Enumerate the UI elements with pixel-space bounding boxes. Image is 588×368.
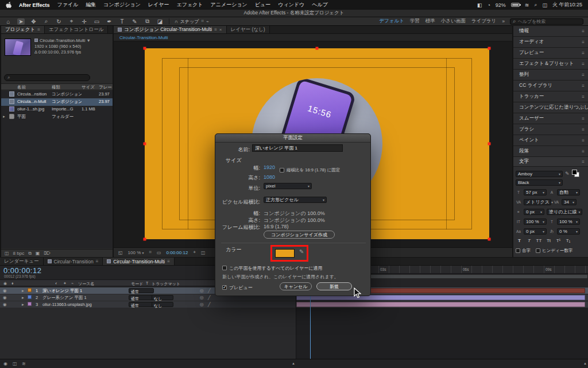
selection-handle[interactable] xyxy=(316,47,319,50)
preview-checkbox[interactable] xyxy=(222,285,227,290)
mask-visibility-icon[interactable]: ▭ xyxy=(157,250,161,255)
channel-icon[interactable]: ◫ xyxy=(201,250,206,255)
workspace-libraries[interactable]: ライブラリ xyxy=(471,18,497,25)
hindi-digits-checkbox[interactable] xyxy=(536,248,540,253)
menu-animation[interactable]: アニメーション xyxy=(211,1,247,9)
blend-mode-dropdown[interactable]: 通常▾ xyxy=(129,302,154,307)
shape-tool-icon[interactable]: ▭ xyxy=(93,18,100,25)
comp-navigator[interactable]: Circular-Transition-Multi xyxy=(114,34,512,41)
always-preview-icon[interactable]: ◱ xyxy=(118,250,123,255)
superscript-button[interactable]: T¹ xyxy=(555,238,562,243)
width-value[interactable]: 1920 xyxy=(264,164,275,170)
workspace-overflow-icon[interactable]: » xyxy=(502,18,505,24)
home-tool-icon[interactable]: ⌂ xyxy=(5,18,12,25)
project-item-row[interactable]: Circula...n-Multコンポジション 23.97 xyxy=(1,98,113,106)
panel-audio[interactable]: オーディオ≡ xyxy=(513,37,588,48)
track-matte-dropdown[interactable]: なし▾ xyxy=(152,302,173,307)
tab-composition-viewer[interactable]: コンポジション Circular-Transition-Multi ≡ × xyxy=(114,26,227,33)
menu-file[interactable]: ファイル xyxy=(57,1,79,9)
snap-option2-icon[interactable]: ⌁ xyxy=(206,19,209,24)
stroke-style-dropdown[interactable]: 塗りの上に線▾ xyxy=(547,209,582,215)
tab-comp-timeline-1[interactable]: Circular-Transition≡ xyxy=(44,258,103,265)
layer-row[interactable]: ◉ ▸ 3 oliur-113663-unsplash.jpg 通常▾ なし▾ … xyxy=(0,301,588,308)
panel-effects-presets[interactable]: エフェクト＆プリセット≡ xyxy=(513,59,588,70)
font-style-dropdown[interactable]: Black▾ xyxy=(516,179,563,186)
close-icon[interactable]: × xyxy=(219,27,222,32)
workspace-standard[interactable]: 標準 xyxy=(425,18,435,25)
panel-tracker[interactable]: トラッカー≡ xyxy=(513,91,588,102)
project-search-input[interactable]: ⌕ xyxy=(4,74,90,81)
cancel-button[interactable]: キャンセル xyxy=(280,282,312,290)
menu-effect[interactable]: エフェクト xyxy=(176,1,203,9)
parent-pickwhip-icon[interactable]: ◎ xyxy=(200,288,204,293)
layer-expander-icon[interactable]: ▸ xyxy=(22,302,24,307)
tab-comp-timeline-2[interactable]: Circular-Transition-Multi≡ xyxy=(103,258,175,265)
menu-composition[interactable]: コンポジション xyxy=(103,1,140,9)
zoom-out-mountain-icon[interactable]: ▲ xyxy=(292,362,295,365)
panel-smoother[interactable]: スムーザー≡ xyxy=(513,113,588,124)
selection-tool-icon[interactable]: ➤ xyxy=(17,18,25,25)
workspace-learn[interactable]: 学習 xyxy=(410,18,420,25)
eyedropper-icon[interactable]: ✎ xyxy=(565,171,570,177)
shy-toggle-icon[interactable]: ◐ xyxy=(55,281,57,285)
small-caps-button[interactable]: Tt xyxy=(545,238,552,243)
selection-handle[interactable] xyxy=(488,238,491,241)
zoom-tool-icon[interactable]: ⌕ xyxy=(42,18,50,25)
panel-info[interactable]: 情報≡ xyxy=(513,26,588,37)
selection-handle[interactable] xyxy=(488,143,491,145)
unit-dropdown[interactable]: pixel▾ xyxy=(264,183,312,189)
eye-icon[interactable]: ◉ xyxy=(3,288,7,293)
display-status-icon[interactable]: ◧ xyxy=(477,2,482,8)
eraser-tool-icon[interactable]: ◪ xyxy=(156,18,164,25)
selection-handle[interactable] xyxy=(144,238,146,241)
selection-handle[interactable] xyxy=(144,47,146,50)
height-value[interactable]: 1080 xyxy=(264,174,275,180)
new-comp-icon[interactable]: ▣ xyxy=(36,251,40,256)
menubar-clock[interactable]: 火 午前10:25 xyxy=(552,1,582,9)
track-matte-dropdown[interactable]: なし▾ xyxy=(152,295,173,300)
project-item-row[interactable]: ▸ 平面フォルダー xyxy=(1,113,113,121)
parent-pickwhip-icon[interactable]: ◎ xyxy=(200,302,204,307)
frame-blend-icon[interactable]: ≋ xyxy=(22,361,26,366)
disclosure-icon[interactable]: ▼ xyxy=(86,38,90,43)
viewer-timecode[interactable]: 0:00:00:12 xyxy=(167,250,188,255)
tab-layer-viewer[interactable]: レイヤー (なし) xyxy=(227,26,270,33)
help-search[interactable]: ⌕ xyxy=(510,18,583,25)
snap-toggle[interactable]: ∩ スナップ ⌗ ⌁ xyxy=(175,18,209,25)
panel-cc-libraries[interactable]: CC ライブラリ≡ xyxy=(513,80,588,91)
tab-project[interactable]: プロジェクト≡ xyxy=(1,26,45,33)
panel-menu-icon[interactable]: ≡ xyxy=(214,27,217,32)
rotation-tool-icon[interactable]: ↻ xyxy=(55,18,63,25)
aspect-lock-checkbox[interactable] xyxy=(280,168,284,172)
apply-to-all-checkbox[interactable] xyxy=(222,266,227,270)
baseline-shift-dropdown[interactable]: 0 px▾ xyxy=(524,228,547,235)
menu-window[interactable]: ウィンドウ xyxy=(278,1,304,9)
faux-bold-button[interactable]: T xyxy=(516,238,523,243)
label-color-chip[interactable] xyxy=(28,302,32,306)
zoom-in-mountain-icon[interactable]: ▲ xyxy=(583,362,587,365)
snapshot-icon[interactable]: ⌖ xyxy=(193,250,196,255)
font-size-dropdown[interactable]: 57 px▾ xyxy=(524,189,547,195)
color-depth-toggle[interactable]: 8 bpc xyxy=(13,251,25,256)
leading-dropdown[interactable]: 自動▾ xyxy=(557,189,580,195)
blend-mode-dropdown[interactable]: 通常▾ xyxy=(129,295,154,300)
layer-duration-bar[interactable] xyxy=(296,302,585,307)
pixel-aspect-dropdown[interactable]: 正方形ピクセル▾ xyxy=(264,197,327,203)
motion-blur-toggle-icon[interactable]: ⌁ xyxy=(71,281,74,286)
volume-status-icon[interactable]: ◔ xyxy=(487,2,490,8)
app-menu[interactable]: After Effects xyxy=(19,2,50,8)
tab-render-queue[interactable]: レンダーキュー xyxy=(0,258,44,265)
footage-thumbnail[interactable] xyxy=(5,39,31,56)
clone-stamp-tool-icon[interactable]: ⧉ xyxy=(144,18,151,25)
panel-character[interactable]: 文字≡ xyxy=(513,157,588,167)
menu-view[interactable]: ビュー xyxy=(255,1,270,9)
graph-editor-icon[interactable]: ◫ xyxy=(13,361,17,366)
current-time-display[interactable]: 0:00:00:12 xyxy=(3,266,41,275)
grid-options-icon[interactable]: ⌗ xyxy=(149,250,152,255)
panel-content-aware-fill[interactable]: コンテンツに応じた塗りつぶし≡ xyxy=(513,102,588,113)
pan-behind-tool-icon[interactable]: ✛ xyxy=(80,18,88,25)
expand-layers-icon[interactable]: ◉ xyxy=(3,361,7,366)
panel-preview[interactable]: プレビュー≡ xyxy=(513,48,588,59)
panel-menu-icon[interactable]: ≡ xyxy=(37,27,40,32)
project-item-row[interactable]: Circula...nsitionコンポジション 23.97 xyxy=(1,91,113,98)
